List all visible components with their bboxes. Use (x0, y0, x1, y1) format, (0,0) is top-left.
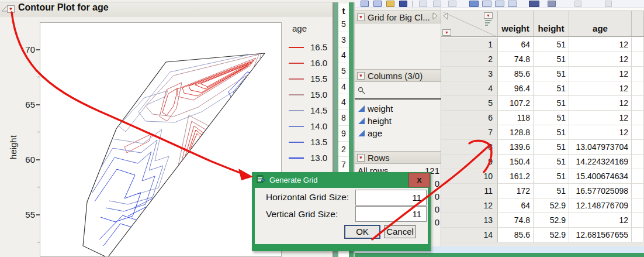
row-number-cell[interactable]: 8 (441, 140, 498, 155)
age-cell[interactable]: 12 (569, 96, 632, 111)
height-cell[interactable]: 51 (534, 52, 569, 67)
column-list-item[interactable]: age (358, 127, 440, 139)
height-cell[interactable]: 51 (534, 184, 569, 198)
row-number-cell[interactable]: 10 (441, 169, 498, 184)
table-row[interactable]: 5 107.2 51 12 (441, 96, 644, 111)
weight-cell[interactable]: 96.4 (498, 81, 534, 96)
table-row[interactable]: 1 64 51 12 (441, 37, 644, 52)
grid-corner-cell[interactable]: ▼ ▼ (441, 11, 498, 36)
row-number-cell[interactable]: 5 (441, 96, 498, 111)
table-row[interactable]: 14 85.6 52.9 12.681567655 (441, 228, 644, 242)
age-cell[interactable]: 12.148776709 (569, 198, 632, 213)
row-number-cell[interactable]: 13 (441, 213, 498, 228)
columns-panel-menu-button[interactable]: ▼ (357, 72, 365, 80)
row-number-cell[interactable]: 9 (441, 155, 498, 169)
vertical-grid-size-input[interactable]: 11 (355, 206, 427, 222)
age-cell[interactable]: 14.224324169 (569, 155, 632, 169)
weight-cell[interactable]: 64 (498, 37, 534, 52)
expand-right-icon[interactable] (432, 12, 438, 20)
height-cell[interactable]: 51 (534, 96, 569, 111)
height-cell[interactable]: 51 (534, 81, 569, 96)
report-menu-button[interactable]: ▼ (7, 5, 15, 13)
age-cell[interactable]: 12 (569, 125, 632, 140)
weight-cell[interactable]: 150.4 (498, 155, 534, 169)
weight-cell[interactable]: 74.8 (498, 213, 534, 228)
weight-cell[interactable]: 74.8 (498, 52, 534, 67)
row-number-cell[interactable]: 14 (441, 228, 498, 242)
select-all-triangle-icon[interactable] (442, 12, 449, 20)
search-icon[interactable] (358, 87, 366, 95)
toolbar-icon[interactable] (419, 1, 427, 7)
weight-cell[interactable]: 64 (498, 198, 534, 213)
toolbar-icon[interactable] (574, 1, 581, 7)
row-number-cell[interactable]: 2 (441, 52, 498, 67)
column-header-weight[interactable]: weight (498, 11, 534, 36)
table-row[interactable]: 9 150.4 51 14.224324169 (441, 155, 644, 169)
toolbar-icon[interactable] (548, 1, 556, 7)
toolbar-icon[interactable] (361, 1, 369, 7)
columns-search-box[interactable] (355, 83, 441, 100)
height-cell[interactable]: 51 (534, 37, 569, 52)
height-cell[interactable]: 52.9 (534, 228, 569, 242)
weight-cell[interactable]: 172 (498, 184, 534, 198)
table-row[interactable]: 3 85.6 51 12 (441, 67, 644, 81)
rows-panel-menu-button[interactable]: ▼ (357, 154, 365, 162)
weight-cell[interactable]: 107.2 (498, 96, 534, 111)
age-cell[interactable]: 12 (569, 52, 632, 67)
table-row[interactable]: 4 96.4 51 12 (441, 81, 644, 96)
height-cell[interactable]: 52.9 (534, 213, 569, 228)
row-number-cell[interactable]: 1 (441, 37, 498, 52)
table-row[interactable]: 6 118 51 12 (441, 111, 644, 125)
table-row[interactable]: 2 74.8 51 12 (441, 52, 644, 67)
age-cell[interactable]: 12 (569, 67, 632, 81)
toolbar-icon[interactable] (482, 1, 491, 7)
height-cell[interactable]: 51 (534, 169, 569, 184)
grid-panel-menu-button[interactable]: ▼ (357, 13, 365, 21)
grid-panel-header[interactable]: ▼ Grid for Big Cl... (355, 11, 441, 23)
table-row[interactable]: 8 139.6 51 13.047973704 (441, 140, 644, 155)
row-number-cell[interactable]: 12 (441, 198, 498, 213)
row-number-cell[interactable]: 3 (441, 67, 498, 81)
toolbar-icon[interactable] (469, 1, 479, 7)
row-number-cell[interactable]: 7 (441, 125, 498, 140)
weight-cell[interactable]: 128.8 (498, 125, 534, 140)
weight-cell[interactable]: 139.6 (498, 140, 534, 155)
table-row[interactable]: 12 64 52.9 12.148776709 (441, 198, 644, 213)
age-cell[interactable]: 15.400674634 (569, 169, 632, 184)
row-number-cell[interactable]: 6 (441, 111, 498, 125)
table-row[interactable]: 7 128.8 51 12 (441, 125, 644, 140)
row-number-cell[interactable]: 11 (441, 184, 498, 198)
row-number-cell[interactable]: 4 (441, 81, 498, 96)
columns-panel-header[interactable]: ▼ Columns (3/0) (355, 69, 441, 82)
dialog-titlebar[interactable]: Generate Grid x (252, 172, 431, 188)
toolbar-icon[interactable] (495, 1, 504, 7)
age-cell[interactable]: 12 (569, 81, 632, 96)
toolbar-icon[interactable] (448, 1, 456, 7)
table-row[interactable]: 11 172 51 16.577025098 (441, 184, 644, 198)
table-row[interactable]: 10 161.2 51 15.400674634 (441, 169, 644, 184)
horizontal-grid-size-input[interactable]: 11 (355, 190, 427, 205)
height-cell[interactable]: 51 (534, 125, 569, 140)
column-header-age[interactable]: age (569, 11, 632, 36)
age-cell[interactable]: 12 (569, 213, 632, 228)
age-cell[interactable]: 16.577025098 (569, 184, 632, 198)
table-row[interactable]: 13 74.8 52.9 12 (441, 213, 644, 228)
cancel-button[interactable]: Cancel (384, 225, 416, 238)
weight-cell[interactable]: 85.6 (498, 67, 534, 81)
weight-cell[interactable]: 161.2 (498, 169, 534, 184)
toolbar-icon[interactable] (508, 1, 517, 7)
toolbar-icon[interactable] (529, 1, 539, 7)
height-cell[interactable]: 51 (534, 155, 569, 169)
rows-menu-button[interactable]: ▼ (442, 29, 451, 36)
height-cell[interactable]: 52.9 (534, 198, 569, 213)
weight-cell[interactable]: 118 (498, 111, 534, 125)
toolbar-icon[interactable] (605, 1, 612, 7)
column-header-height[interactable]: height (534, 11, 569, 36)
weight-cell[interactable]: 85.6 (498, 228, 534, 242)
age-cell[interactable]: 12.681567655 (569, 228, 632, 242)
height-cell[interactable]: 51 (534, 140, 569, 155)
toolbar-icon[interactable] (433, 1, 441, 7)
toolbar-icon[interactable] (373, 1, 382, 7)
toolbar-icon[interactable] (399, 1, 407, 7)
age-cell[interactable]: 12 (569, 111, 632, 125)
